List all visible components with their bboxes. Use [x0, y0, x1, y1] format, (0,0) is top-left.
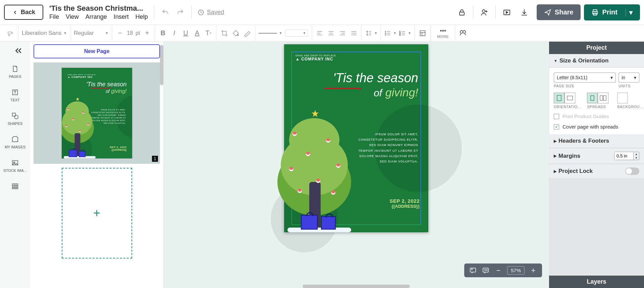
margin-down[interactable]: ▼ [634, 156, 639, 160]
layout-icon[interactable] [418, 29, 427, 38]
thumb-of: of [106, 89, 110, 94]
numbered-list-select[interactable]: 123 ▼ [399, 30, 411, 37]
more-label: MORE [437, 35, 449, 39]
pages-scrollbar[interactable] [160, 45, 163, 85]
more-tools[interactable]: ••• MORE [431, 25, 455, 41]
line-spacing-select[interactable]: ▼ [365, 30, 377, 37]
present-icon[interactable] [502, 7, 512, 17]
lock-section-label: Project Lock [558, 168, 593, 175]
border-color-icon[interactable] [243, 29, 252, 38]
saved-label: Saved [207, 9, 224, 16]
saved-status[interactable]: Saved [198, 9, 224, 16]
align-left-icon[interactable] [315, 29, 324, 38]
comment-quote-icon[interactable]: " [469, 267, 477, 275]
date-address-block[interactable]: SEP 2, 2022 {{ADDRESS}} [390, 198, 420, 209]
bullet-list-select[interactable]: ▼ [384, 30, 396, 37]
spread-single[interactable] [587, 93, 598, 103]
align-justify-icon[interactable] [350, 29, 358, 38]
canvas-h-scrollbar[interactable] [303, 285, 410, 288]
orientation-portrait[interactable] [554, 93, 565, 103]
margin-value[interactable] [614, 152, 633, 160]
svg-rect-33 [603, 96, 606, 100]
margin-up[interactable]: ▲ [634, 152, 639, 156]
redo-button[interactable] [175, 7, 185, 17]
menu-help[interactable]: Help [136, 13, 148, 20]
orientation-landscape[interactable] [565, 93, 575, 103]
italic-button[interactable]: I [170, 29, 179, 38]
add-collaborator-icon[interactable] [479, 7, 489, 17]
zoom-out[interactable]: − [494, 267, 502, 275]
zoom-in[interactable]: + [529, 267, 537, 275]
zoom-value[interactable]: 57% [507, 266, 525, 275]
tree-graphic[interactable]: ★ [274, 108, 361, 232]
new-page-button[interactable]: New Page [34, 44, 160, 58]
headers-footers-section[interactable]: ▶Headers & Footers [549, 134, 644, 148]
clear-format-button[interactable]: T× [204, 29, 213, 38]
spread-double[interactable] [598, 93, 608, 103]
thumb-tree: ★ [62, 96, 101, 158]
align-center-icon[interactable] [327, 29, 335, 38]
canvas-page[interactable]: DRAG AND DROP TO REPLACE ▲ COMPANY INC '… [284, 44, 428, 232]
project-lock-toggle[interactable] [625, 167, 639, 175]
page-thumbnail-1[interactable]: DRAG AND DROP TO REPLACE ▲ COMPANY INC '… [34, 62, 160, 164]
cover-spreads-checkbox[interactable]: ✓ Cover page with spreads [554, 124, 639, 130]
document-title[interactable]: 'Tis the Season Christma... [49, 4, 148, 13]
rail-my-images[interactable]: MY IMAGES [3, 136, 27, 149]
rail-pages[interactable]: PAGES [7, 65, 22, 79]
size-orientation-section[interactable]: ▼Size & Orientation [549, 54, 644, 68]
menu-file[interactable]: File [49, 13, 59, 20]
add-page-placeholder[interactable]: + [62, 168, 132, 258]
rail-tables[interactable] [10, 183, 20, 190]
font-family-select[interactable]: Liberation Sans▼ [22, 30, 67, 37]
body-text[interactable]: IPSUM DOLOR SIT AMET, CONSETETUR SADIPSC… [355, 132, 418, 164]
cover-spreads-label: Cover page with spreads [562, 124, 618, 130]
underline-button[interactable]: U [181, 29, 190, 38]
font-weight-select[interactable]: Regular ▼ [74, 30, 108, 37]
collapse-rail-icon[interactable] [14, 46, 23, 56]
font-size-increase[interactable]: + [143, 29, 152, 38]
margin-input[interactable]: ▲▼ [614, 152, 639, 160]
print-guides-checkbox[interactable]: ✓ Print Product Guides [554, 113, 639, 119]
print-button[interactable]: Print ▾ [584, 4, 640, 20]
size-section-label: Size & Orientation [559, 57, 608, 64]
download-icon[interactable] [519, 7, 529, 17]
fill-color-icon[interactable] [231, 29, 240, 38]
company-block[interactable]: DRAG AND DROP TO REPLACE ▲ COMPANY INC [296, 54, 336, 61]
headline-line1: 'Tis the season [333, 71, 418, 85]
share-button[interactable]: Share [537, 4, 581, 20]
format-painter-icon[interactable] [6, 29, 15, 38]
print-dropdown[interactable]: ▾ [626, 8, 633, 16]
text-color-button[interactable]: A [193, 29, 202, 38]
thumb-underline [90, 88, 110, 89]
font-size-decrease[interactable]: − [116, 29, 124, 38]
background-color-swatch[interactable] [617, 93, 628, 103]
zoom-bar: " − 57% + [464, 263, 542, 277]
crop-icon[interactable] [220, 29, 229, 38]
svg-point-8 [385, 31, 386, 32]
thumb-company-name: COMPANY INC [71, 76, 93, 79]
rail-text[interactable]: TEXT [9, 89, 21, 102]
font-size-value[interactable]: 18 [127, 30, 133, 36]
rail-my-images-label: MY IMAGES [5, 145, 25, 149]
svg-point-7 [237, 34, 238, 36]
share-label: Share [555, 8, 574, 16]
line-weight-select[interactable]: ▼ [285, 30, 309, 37]
rail-stock-images[interactable]: STOCK IMA... [2, 159, 28, 173]
page-size-select[interactable]: Letter (8.5x11)▾ [554, 73, 616, 83]
thumb-company: DRAG AND DROP TO REPLACE ▲ COMPANY INC [68, 74, 96, 79]
line-style-select[interactable]: ▼ [259, 31, 282, 35]
back-button[interactable]: Back [4, 5, 43, 20]
find-icon[interactable] [459, 29, 467, 38]
menu-arrange[interactable]: Arrange [86, 13, 107, 20]
lock-icon[interactable] [457, 7, 467, 17]
menu-view[interactable]: View [66, 13, 79, 20]
undo-button[interactable] [160, 7, 170, 17]
comment-dots-icon[interactable] [482, 267, 490, 275]
rail-shapes[interactable]: SHAPES [6, 112, 24, 126]
headline-text[interactable]: 'Tis the season of giving! [333, 71, 418, 99]
menu-insert[interactable]: Insert [114, 13, 129, 20]
align-right-icon[interactable] [338, 29, 347, 38]
bold-button[interactable]: B [159, 29, 167, 38]
layers-panel-header[interactable]: Layers [549, 276, 644, 288]
units-select[interactable]: in▾ [619, 73, 639, 83]
